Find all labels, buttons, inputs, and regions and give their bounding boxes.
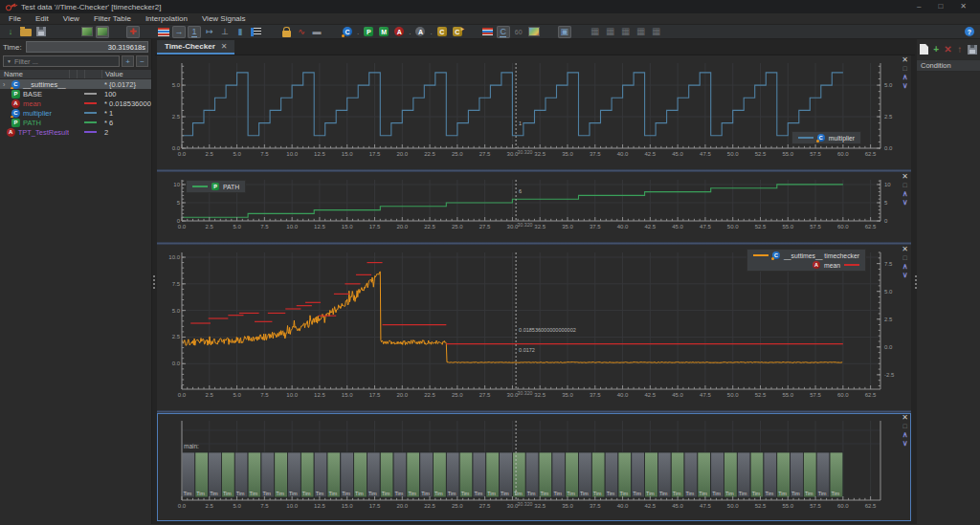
- list-view-icon[interactable]: [249, 26, 262, 38]
- line-sample: [84, 93, 97, 95]
- sixty-icon[interactable]: 60: [512, 26, 525, 38]
- measurement-badge-icon[interactable]: M: [377, 26, 390, 38]
- signal-label: TPT_TestResult: [18, 128, 69, 137]
- plot-close-button[interactable]: ✕: [902, 56, 908, 64]
- menu-view-signals[interactable]: View Signals: [202, 14, 246, 23]
- time-input[interactable]: [26, 41, 148, 53]
- plot-move-up-button[interactable]: ∧: [902, 190, 908, 198]
- stairs-icon[interactable]: ⊥: [218, 26, 232, 38]
- column-value[interactable]: Value: [101, 70, 151, 78]
- expander-icon[interactable]: ›: [3, 81, 9, 88]
- open-folder-icon[interactable]: [19, 26, 33, 38]
- new-condition-icon[interactable]: [920, 43, 928, 55]
- multiplier-plot-canvas[interactable]: 0.02.55.07.510.012.515.017.520.022.525.0…: [157, 55, 911, 169]
- signal-row-suttimes[interactable]: ›C__suttimes__* {0.0172}: [0, 79, 151, 89]
- tab-close-icon[interactable]: ✕: [221, 42, 228, 51]
- table-view-5-icon[interactable]: ▦: [650, 26, 663, 38]
- filter-remove-button[interactable]: −: [136, 55, 148, 67]
- plot-move-down-button[interactable]: ∨: [902, 82, 908, 90]
- svg-text:15.0: 15.0: [342, 151, 353, 157]
- maximize-button[interactable]: □: [938, 0, 943, 13]
- plot-maximize-button[interactable]: □: [903, 65, 907, 73]
- sep[interactable]: [325, 26, 339, 38]
- table-view-4-icon[interactable]: ▦: [635, 26, 648, 38]
- channel-badge-icon[interactable]: C: [341, 26, 354, 38]
- timechecker-plot-legend[interactable]: C__suttimes__ timecheckerAmean: [746, 249, 866, 272]
- compare-stripes-icon[interactable]: [481, 26, 495, 38]
- filter-input[interactable]: ▼ Filter ...: [3, 55, 120, 67]
- menu-filter-table[interactable]: Filter Table: [94, 14, 131, 23]
- svg-text:50.0: 50.0: [727, 392, 739, 398]
- peak-signal-icon[interactable]: ∿: [295, 26, 308, 38]
- assessment-badge-icon[interactable]: A: [392, 26, 406, 38]
- signal-row-PATH[interactable]: PPATH* 6: [0, 118, 151, 127]
- screen-icon[interactable]: ▬: [310, 26, 323, 38]
- calc-run-badge-icon[interactable]: C▸: [451, 26, 464, 38]
- plot-move-up-button[interactable]: ∧: [902, 263, 908, 271]
- plot-move-down-button[interactable]: ∨: [902, 272, 908, 279]
- line-sample: [84, 121, 97, 123]
- signal-row-TPTTestResult[interactable]: ATPT_TestResult2: [0, 127, 151, 137]
- menu-edit[interactable]: Edit: [35, 14, 49, 23]
- plot-maximize-button[interactable]: □: [903, 423, 907, 430]
- map-image-icon[interactable]: [527, 26, 541, 38]
- select-mode-icon[interactable]: ▣: [558, 26, 571, 38]
- signal-row-multiplier[interactable]: Cmultiplier* 1: [0, 108, 151, 118]
- sep[interactable]: [543, 26, 556, 38]
- sep[interactable]: [264, 26, 278, 38]
- plot-maximize-button[interactable]: □: [903, 254, 907, 262]
- delete-condition-icon[interactable]: ✕: [944, 43, 951, 55]
- menu-file[interactable]: File: [9, 14, 21, 23]
- menu-interpolation[interactable]: Interpolation: [145, 14, 188, 23]
- table-view-3-icon[interactable]: ▦: [619, 26, 633, 38]
- add-condition-icon[interactable]: +: [932, 43, 940, 55]
- plot-close-button[interactable]: ✕: [902, 173, 908, 181]
- sep[interactable]: [65, 26, 78, 38]
- key-search-icon[interactable]: [50, 26, 63, 38]
- plot-move-up-button[interactable]: ∧: [902, 431, 908, 439]
- plot-move-down-button[interactable]: ∨: [902, 199, 908, 207]
- save-condition-icon[interactable]: [968, 43, 977, 55]
- plot-close-button[interactable]: ✕: [902, 246, 908, 253]
- step-one-icon[interactable]: 1: [188, 26, 201, 38]
- sep[interactable]: [111, 26, 124, 38]
- plot-maximize-button[interactable]: □: [903, 182, 907, 189]
- svg-text:12.5: 12.5: [314, 151, 325, 157]
- export-image-icon[interactable]: [80, 26, 94, 38]
- column-name[interactable]: Name: [0, 70, 69, 78]
- save-icon[interactable]: [34, 26, 48, 38]
- table-view-2-icon[interactable]: ▦: [604, 26, 617, 38]
- sep[interactable]: [573, 26, 587, 38]
- pan-mode-icon[interactable]: →: [172, 26, 186, 38]
- close-button[interactable]: ✕: [960, 0, 967, 13]
- filter-add-button[interactable]: +: [122, 55, 134, 67]
- export-view-image-icon[interactable]: [96, 26, 109, 38]
- lock-icon[interactable]: [279, 26, 293, 38]
- goto-sample-icon[interactable]: ↦: [203, 26, 216, 38]
- multiplier-plot-legend[interactable]: Cmultiplier: [791, 131, 861, 144]
- signal-row-BASE[interactable]: PBASE100: [0, 89, 151, 98]
- import-condition-icon[interactable]: ↑: [956, 43, 964, 55]
- menu-view[interactable]: View: [63, 14, 79, 23]
- plot-move-down-button[interactable]: ∨: [902, 440, 908, 448]
- plot-close-button[interactable]: ✕: [902, 414, 908, 422]
- path-plot-canvas[interactable]: 0.02.55.07.510.012.515.017.520.022.525.0…: [157, 172, 911, 242]
- fit-zoom-icon[interactable]: ✚: [126, 26, 140, 38]
- parameter-badge-icon[interactable]: P: [362, 26, 375, 38]
- signal-stripes-icon[interactable]: [157, 26, 170, 38]
- assessment-gray-badge-icon[interactable]: A: [413, 26, 427, 38]
- signal-row-mean[interactable]: Amean* 0.018536000...: [0, 98, 151, 108]
- path-plot-legend[interactable]: PPATH: [186, 180, 246, 193]
- minimize-button[interactable]: –: [917, 0, 921, 13]
- sep[interactable]: [466, 26, 479, 38]
- calc-badge-icon[interactable]: C: [435, 26, 449, 38]
- c-underline-icon[interactable]: C: [497, 26, 510, 38]
- main-timeline-plot-canvas[interactable]: TimTimTimTimTimTimTimTimTimTimTimTimTimT…: [157, 413, 911, 521]
- sep[interactable]: [142, 26, 155, 38]
- tab-time-checker[interactable]: Time-Checker ✕: [157, 40, 234, 55]
- cursor-bar-icon[interactable]: ▮: [234, 26, 247, 38]
- plot-move-up-button[interactable]: ∧: [902, 74, 908, 81]
- help-icon[interactable]: ?: [965, 27, 974, 36]
- table-view-1-icon[interactable]: ▦: [589, 26, 602, 38]
- import-data-icon[interactable]: ↓: [4, 26, 17, 38]
